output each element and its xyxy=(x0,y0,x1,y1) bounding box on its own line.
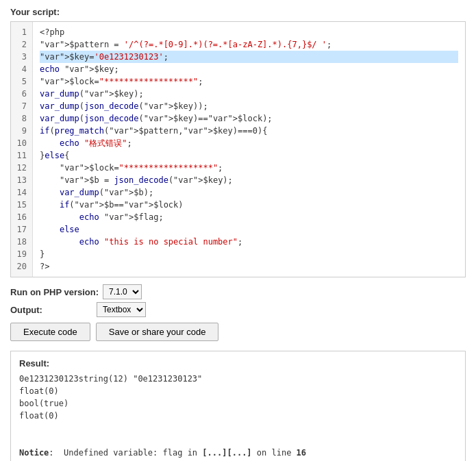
result-section: Result: 0e1231230123string(12) "0e123123… xyxy=(10,351,466,461)
result-content: 0e1231230123string(12) "0e1231230123"flo… xyxy=(19,373,457,459)
code-editor: 1234567891011121314151617181920 <?php"va… xyxy=(10,21,466,277)
line-numbers: 1234567891011121314151617181920 xyxy=(11,22,33,277)
execute-button[interactable]: Execute code xyxy=(10,323,90,341)
output-label: Output: xyxy=(10,305,92,315)
output-select[interactable]: TextboxHTML xyxy=(97,302,146,317)
php-version-select[interactable]: 7.1.07.0.05.6.05.5.0 xyxy=(103,284,142,299)
script-label: Your script: xyxy=(10,7,466,17)
buttons-row: Execute code Save or share your code xyxy=(10,323,466,341)
php-version-label: Run on PHP version: xyxy=(10,287,99,297)
code-content[interactable]: <?php"var">$pattern = '/^(?=.*[0-9].*)(?… xyxy=(33,22,465,277)
output-group: Output: TextboxHTML xyxy=(10,302,466,317)
result-label: Result: xyxy=(19,358,457,369)
save-share-button[interactable]: Save or share your code xyxy=(96,323,219,341)
php-version-group: Run on PHP version: 7.1.07.0.05.6.05.5.0 xyxy=(10,284,466,299)
